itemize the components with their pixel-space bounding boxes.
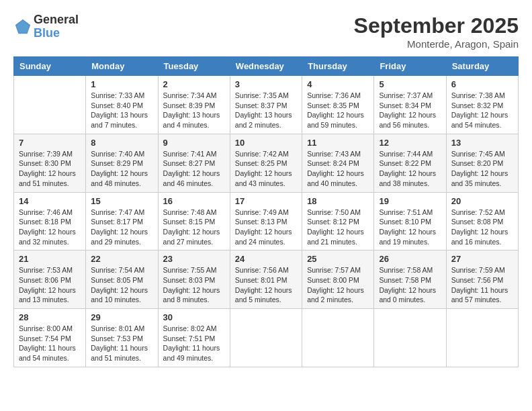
day-number: 8 <box>91 138 152 148</box>
cell-info: Sunrise: 7:36 AMSunset: 8:35 PMDaylight:… <box>307 91 369 130</box>
calendar-cell <box>302 309 374 367</box>
calendar-cell: 14 Sunrise: 7:46 AMSunset: 8:18 PMDaylig… <box>14 192 86 250</box>
logo: General Blue <box>13 13 79 40</box>
calendar-cell <box>14 76 86 134</box>
calendar-cell: 1 Sunrise: 7:33 AMSunset: 8:40 PMDayligh… <box>86 76 158 134</box>
calendar-cell: 2 Sunrise: 7:34 AMSunset: 8:39 PMDayligh… <box>158 76 230 134</box>
calendar-cell: 6 Sunrise: 7:38 AMSunset: 8:32 PMDayligh… <box>446 76 518 134</box>
calendar-cell: 29 Sunrise: 8:01 AMSunset: 7:53 PMDaylig… <box>86 309 158 367</box>
calendar-cell: 20 Sunrise: 7:52 AMSunset: 8:08 PMDaylig… <box>446 192 518 250</box>
cell-info: Sunrise: 7:41 AMSunset: 8:27 PMDaylight:… <box>163 149 225 189</box>
day-number: 13 <box>451 138 513 148</box>
calendar-cell: 11 Sunrise: 7:43 AMSunset: 8:24 PMDaylig… <box>302 134 374 192</box>
cell-info: Sunrise: 7:47 AMSunset: 8:17 PMDaylight:… <box>91 208 152 247</box>
page-header: General Blue September 2025 Monterde, Ar… <box>13 13 519 50</box>
weekday-header: Tuesday <box>158 57 230 76</box>
calendar-cell: 21 Sunrise: 7:53 AMSunset: 8:06 PMDaylig… <box>14 250 86 309</box>
day-number: 9 <box>163 138 225 148</box>
cell-info: Sunrise: 7:59 AMSunset: 7:56 PMDaylight:… <box>451 265 513 305</box>
calendar-cell: 25 Sunrise: 7:57 AMSunset: 8:00 PMDaylig… <box>302 250 374 309</box>
calendar-cell <box>374 309 446 367</box>
calendar-cell: 3 Sunrise: 7:35 AMSunset: 8:37 PMDayligh… <box>230 76 302 134</box>
day-number: 10 <box>235 138 297 148</box>
day-number: 14 <box>19 196 81 206</box>
cell-info: Sunrise: 7:50 AMSunset: 8:12 PMDaylight:… <box>307 208 369 247</box>
day-number: 29 <box>91 312 152 322</box>
day-number: 5 <box>379 79 441 89</box>
day-number: 19 <box>379 196 441 206</box>
cell-info: Sunrise: 7:58 AMSunset: 7:58 PMDaylight:… <box>379 265 441 305</box>
cell-info: Sunrise: 7:56 AMSunset: 8:01 PMDaylight:… <box>235 265 297 305</box>
day-number: 1 <box>91 79 152 89</box>
calendar-cell: 8 Sunrise: 7:40 AMSunset: 8:29 PMDayligh… <box>86 134 158 192</box>
day-number: 30 <box>163 312 225 322</box>
calendar-cell: 13 Sunrise: 7:45 AMSunset: 8:20 PMDaylig… <box>446 134 518 192</box>
cell-info: Sunrise: 7:51 AMSunset: 8:10 PMDaylight:… <box>379 208 441 247</box>
cell-info: Sunrise: 7:57 AMSunset: 8:00 PMDaylight:… <box>307 265 369 305</box>
day-number: 22 <box>91 254 152 264</box>
cell-info: Sunrise: 7:46 AMSunset: 8:18 PMDaylight:… <box>19 208 81 247</box>
calendar-week-row: 14 Sunrise: 7:46 AMSunset: 8:18 PMDaylig… <box>14 192 519 250</box>
logo-blue: Blue <box>34 27 79 40</box>
calendar-cell: 5 Sunrise: 7:37 AMSunset: 8:34 PMDayligh… <box>374 76 446 134</box>
calendar-cell: 28 Sunrise: 8:00 AMSunset: 7:54 PMDaylig… <box>14 309 86 367</box>
title-block: September 2025 Monterde, Aragon, Spain <box>354 13 519 50</box>
day-number: 7 <box>19 138 81 148</box>
day-number: 18 <box>307 196 369 206</box>
calendar-cell: 10 Sunrise: 7:42 AMSunset: 8:25 PMDaylig… <box>230 134 302 192</box>
calendar-cell: 16 Sunrise: 7:48 AMSunset: 8:15 PMDaylig… <box>158 192 230 250</box>
calendar-cell: 27 Sunrise: 7:59 AMSunset: 7:56 PMDaylig… <box>446 250 518 309</box>
cell-info: Sunrise: 8:00 AMSunset: 7:54 PMDaylight:… <box>19 324 81 363</box>
calendar-cell: 15 Sunrise: 7:47 AMSunset: 8:17 PMDaylig… <box>86 192 158 250</box>
day-number: 15 <box>91 196 152 206</box>
calendar-cell <box>230 309 302 367</box>
calendar-cell: 26 Sunrise: 7:58 AMSunset: 7:58 PMDaylig… <box>374 250 446 309</box>
cell-info: Sunrise: 8:01 AMSunset: 7:53 PMDaylight:… <box>91 324 152 363</box>
day-number: 16 <box>163 196 225 206</box>
weekday-header: Wednesday <box>230 57 302 76</box>
calendar-cell: 23 Sunrise: 7:55 AMSunset: 8:03 PMDaylig… <box>158 250 230 309</box>
calendar-cell: 19 Sunrise: 7:51 AMSunset: 8:10 PMDaylig… <box>374 192 446 250</box>
weekday-header: Saturday <box>446 57 518 76</box>
calendar-cell: 22 Sunrise: 7:54 AMSunset: 8:05 PMDaylig… <box>86 250 158 309</box>
cell-info: Sunrise: 7:33 AMSunset: 8:40 PMDaylight:… <box>91 91 152 130</box>
calendar-cell: 24 Sunrise: 7:56 AMSunset: 8:01 PMDaylig… <box>230 250 302 309</box>
calendar-week-row: 1 Sunrise: 7:33 AMSunset: 8:40 PMDayligh… <box>14 76 519 134</box>
cell-info: Sunrise: 7:55 AMSunset: 8:03 PMDaylight:… <box>163 265 225 305</box>
day-number: 25 <box>307 254 369 264</box>
calendar-week-row: 7 Sunrise: 7:39 AMSunset: 8:30 PMDayligh… <box>14 134 519 192</box>
logo-icon <box>13 17 32 36</box>
calendar-cell: 30 Sunrise: 8:02 AMSunset: 7:51 PMDaylig… <box>158 309 230 367</box>
day-number: 28 <box>19 312 81 322</box>
cell-info: Sunrise: 7:39 AMSunset: 8:30 PMDaylight:… <box>19 149 81 189</box>
cell-info: Sunrise: 8:02 AMSunset: 7:51 PMDaylight:… <box>163 324 225 363</box>
weekday-header: Thursday <box>302 57 374 76</box>
cell-info: Sunrise: 7:52 AMSunset: 8:08 PMDaylight:… <box>451 208 513 247</box>
cell-info: Sunrise: 7:34 AMSunset: 8:39 PMDaylight:… <box>163 91 225 130</box>
cell-info: Sunrise: 7:40 AMSunset: 8:29 PMDaylight:… <box>91 149 152 189</box>
day-number: 21 <box>19 254 81 264</box>
cell-info: Sunrise: 7:45 AMSunset: 8:20 PMDaylight:… <box>451 149 513 189</box>
calendar-cell <box>446 309 518 367</box>
calendar-cell: 7 Sunrise: 7:39 AMSunset: 8:30 PMDayligh… <box>14 134 86 192</box>
cell-info: Sunrise: 7:49 AMSunset: 8:13 PMDaylight:… <box>235 208 297 247</box>
calendar-cell: 17 Sunrise: 7:49 AMSunset: 8:13 PMDaylig… <box>230 192 302 250</box>
month-title: September 2025 <box>354 13 519 38</box>
calendar-table: SundayMondayTuesdayWednesdayThursdayFrid… <box>13 56 519 367</box>
svg-marker-1 <box>17 20 30 32</box>
calendar-cell: 9 Sunrise: 7:41 AMSunset: 8:27 PMDayligh… <box>158 134 230 192</box>
cell-info: Sunrise: 7:43 AMSunset: 8:24 PMDaylight:… <box>307 149 369 189</box>
weekday-header-row: SundayMondayTuesdayWednesdayThursdayFrid… <box>14 57 519 76</box>
cell-info: Sunrise: 7:35 AMSunset: 8:37 PMDaylight:… <box>235 91 297 130</box>
day-number: 17 <box>235 196 297 206</box>
location: Monterde, Aragon, Spain <box>354 38 519 50</box>
day-number: 11 <box>307 138 369 148</box>
calendar-cell: 18 Sunrise: 7:50 AMSunset: 8:12 PMDaylig… <box>302 192 374 250</box>
day-number: 6 <box>451 79 513 89</box>
day-number: 24 <box>235 254 297 264</box>
calendar-week-row: 28 Sunrise: 8:00 AMSunset: 7:54 PMDaylig… <box>14 309 519 367</box>
cell-info: Sunrise: 7:48 AMSunset: 8:15 PMDaylight:… <box>163 208 225 247</box>
cell-info: Sunrise: 7:42 AMSunset: 8:25 PMDaylight:… <box>235 149 297 189</box>
day-number: 20 <box>451 196 513 206</box>
cell-info: Sunrise: 7:38 AMSunset: 8:32 PMDaylight:… <box>451 91 513 130</box>
